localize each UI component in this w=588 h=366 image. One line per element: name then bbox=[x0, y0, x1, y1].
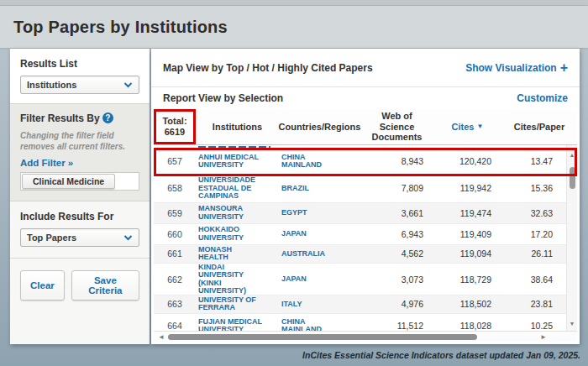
map-view-title: Map View by Top / Hot / Highly Cited Pap… bbox=[163, 62, 373, 74]
cites-per-paper-cell: 23.81 bbox=[501, 299, 566, 309]
column-header-cites-per-paper[interactable]: Cites/Paper bbox=[501, 109, 577, 144]
report-view-title: Report View by Selection bbox=[163, 92, 283, 104]
wos-documents-cell: 11,512 bbox=[360, 321, 433, 331]
filter-chip-clinical-medicine[interactable]: Clinical Medicine bbox=[22, 174, 115, 189]
include-results-dropdown[interactable]: Top Papers bbox=[20, 228, 139, 247]
cites-per-paper-cell: 32.63 bbox=[501, 208, 566, 218]
add-filter-link[interactable]: Add Filter » bbox=[20, 158, 73, 168]
column-header-countries[interactable]: Countries/Regions bbox=[279, 109, 360, 144]
results-panel: Map View by Top / Hot / Highly Cited Pap… bbox=[151, 49, 580, 344]
institution-link[interactable]: MANSOURA UNIVERSITY bbox=[196, 205, 279, 221]
customize-link[interactable]: Customize bbox=[517, 92, 568, 104]
country-cell: ITALY bbox=[279, 301, 360, 309]
institution-link[interactable]: MONASH HEALTH bbox=[196, 246, 279, 262]
scroll-right-icon[interactable]: ► bbox=[540, 333, 547, 341]
total-count: 6619 bbox=[165, 127, 185, 138]
results-table: Total: 6619 Institutions Countries/Regio… bbox=[154, 109, 577, 342]
vertical-scrollbar-thumb[interactable] bbox=[570, 167, 575, 189]
country-cell: JAPAN bbox=[279, 230, 360, 238]
cites-per-paper-cell: 17.20 bbox=[501, 229, 566, 239]
wos-documents-cell: 6,943 bbox=[360, 229, 433, 239]
scroll-down-icon[interactable]: ▼ bbox=[567, 321, 577, 327]
cites-cell: 119,474 bbox=[433, 208, 501, 218]
sort-desc-icon: ▼ bbox=[476, 123, 483, 130]
help-icon[interactable]: ? bbox=[102, 112, 113, 123]
clear-button[interactable]: Clear bbox=[20, 270, 65, 301]
filter-results-label: Filter Results By? bbox=[20, 112, 139, 124]
cites-cell: 118,502 bbox=[433, 299, 501, 309]
country-cell: JAPAN bbox=[279, 275, 360, 284]
cites-per-paper-cell: 26.11 bbox=[501, 248, 566, 259]
cites-cell: 119,942 bbox=[433, 183, 501, 193]
wos-documents-cell: 4,976 bbox=[360, 299, 433, 309]
wos-documents-cell: 7,809 bbox=[360, 183, 433, 193]
cites-per-paper-cell: 13.47 bbox=[501, 156, 566, 166]
filter-sidebar: Results List Institutions Filter Results… bbox=[10, 49, 150, 344]
plus-icon: + bbox=[560, 63, 568, 73]
column-header-cites-sorted[interactable]: Cites ▼ bbox=[433, 109, 501, 144]
save-criteria-button[interactable]: Save Criteria bbox=[71, 270, 139, 301]
country-cell: CHINA MAINLAND bbox=[279, 318, 360, 331]
cites-per-paper-cell: 38.64 bbox=[501, 274, 566, 285]
cites-cell: 119,409 bbox=[433, 229, 501, 239]
results-list-selected-value: Institutions bbox=[27, 80, 76, 90]
show-visualization-link[interactable]: Show Visualization + bbox=[465, 62, 568, 74]
window-top-strip bbox=[0, 0, 588, 6]
vertical-scrollbar[interactable]: ▲ ▼ bbox=[566, 145, 577, 331]
rank-cell: 663 bbox=[154, 299, 196, 309]
table-row: 662 KINDAI UNIVERSITY (KINKI UNIVERSITY)… bbox=[154, 264, 566, 295]
rank-cell: 664 bbox=[154, 321, 196, 331]
institution-link[interactable]: FUJIAN MEDICAL UNIVERSITY bbox=[196, 318, 279, 331]
horizontal-scrollbar-thumb[interactable] bbox=[168, 334, 477, 340]
column-header-institutions[interactable]: Institutions bbox=[196, 109, 279, 144]
wos-documents-cell: 4,562 bbox=[360, 248, 433, 259]
include-results-section: Include Results For Top Papers bbox=[10, 201, 150, 256]
table-header: Total: 6619 Institutions Countries/Regio… bbox=[154, 109, 577, 145]
cites-per-paper-cell: 15.36 bbox=[501, 183, 566, 193]
institution-link[interactable]: UNIVERSITY OF FERRARA bbox=[196, 296, 279, 312]
map-view-bar: Map View by Top / Hot / Highly Cited Pap… bbox=[151, 49, 580, 87]
table-row: 660 HOKKAIDO UNIVERSITY JAPAN 6,943 119,… bbox=[154, 224, 566, 245]
active-filter-box: Clinical Medicine bbox=[20, 172, 139, 191]
institution-link[interactable]: HOKKAIDO UNIVERSITY bbox=[196, 226, 279, 242]
cites-cell: 119,094 bbox=[433, 248, 501, 259]
page-title: Top Papers by Institutions bbox=[13, 18, 228, 37]
table-row: 657 ANHUI MEDICAL UNIVERSITY CHINA MAINL… bbox=[154, 149, 566, 175]
table-row: 664 FUJIAN MEDICAL UNIVERSITY CHINA MAIN… bbox=[154, 314, 566, 331]
filter-note: Changing the filter field removes all cu… bbox=[20, 130, 139, 152]
page: Top Papers by Institutions Results List … bbox=[0, 0, 588, 366]
wos-documents-cell: 3,661 bbox=[360, 208, 433, 218]
scroll-left-icon[interactable]: ◄ bbox=[158, 333, 165, 341]
table-row: 663 UNIVERSITY OF FERRARA ITALY 4,976 11… bbox=[154, 295, 566, 314]
country-cell: BRAZIL bbox=[279, 185, 360, 193]
results-list-dropdown[interactable]: Institutions bbox=[20, 76, 139, 94]
country-cell: CHINA MAINLAND bbox=[279, 154, 360, 170]
cites-cell: 120,420 bbox=[433, 156, 501, 166]
column-header-wos-documents[interactable]: Web of Science Documents bbox=[360, 109, 433, 144]
rank-cell: 658 bbox=[154, 183, 196, 193]
cites-per-paper-cell: 10.25 bbox=[501, 321, 566, 331]
rank-cell: 659 bbox=[154, 208, 196, 218]
rank-cell: 662 bbox=[154, 274, 196, 285]
scroll-up-icon[interactable]: ▲ bbox=[567, 152, 577, 158]
institution-link[interactable]: UNIVERSIDADE ESTADUAL DE CAMPINAS bbox=[196, 176, 279, 201]
horizontal-scrollbar[interactable]: ◄ ► bbox=[154, 331, 577, 342]
institution-link[interactable]: KINDAI UNIVERSITY (KINKI UNIVERSITY) bbox=[196, 264, 279, 295]
rank-cell: 657 bbox=[154, 156, 196, 166]
report-view-bar: Report View by Selection Customize bbox=[151, 87, 580, 109]
table-rows: 657 ANHUI MEDICAL UNIVERSITY CHINA MAINL… bbox=[154, 145, 566, 331]
content-area: Results List Institutions Filter Results… bbox=[10, 49, 580, 344]
clipped-previous-row bbox=[154, 145, 566, 149]
sidebar-divider bbox=[10, 258, 150, 259]
dataset-note: InCites Essential Science Indicators dat… bbox=[302, 350, 580, 360]
wos-documents-cell: 3,073 bbox=[360, 274, 433, 285]
table-row: 659 MANSOURA UNIVERSITY EGYPT 3,661 119,… bbox=[154, 203, 566, 224]
table-row: 658 UNIVERSIDADE ESTADUAL DE CAMPINAS BR… bbox=[154, 175, 566, 203]
institution-link[interactable]: ANHUI MEDICAL UNIVERSITY bbox=[196, 154, 279, 170]
chevron-down-icon bbox=[123, 80, 133, 90]
table-row: 661 MONASH HEALTH AUSTRALIA 4,562 119,09… bbox=[154, 245, 566, 264]
filter-results-section: Filter Results By? Changing the filter f… bbox=[10, 103, 150, 201]
total-cell annotation-box-total: Total: 6619 bbox=[154, 109, 196, 144]
country-cell: AUSTRALIA bbox=[279, 250, 360, 259]
rank-cell: 660 bbox=[154, 229, 196, 239]
